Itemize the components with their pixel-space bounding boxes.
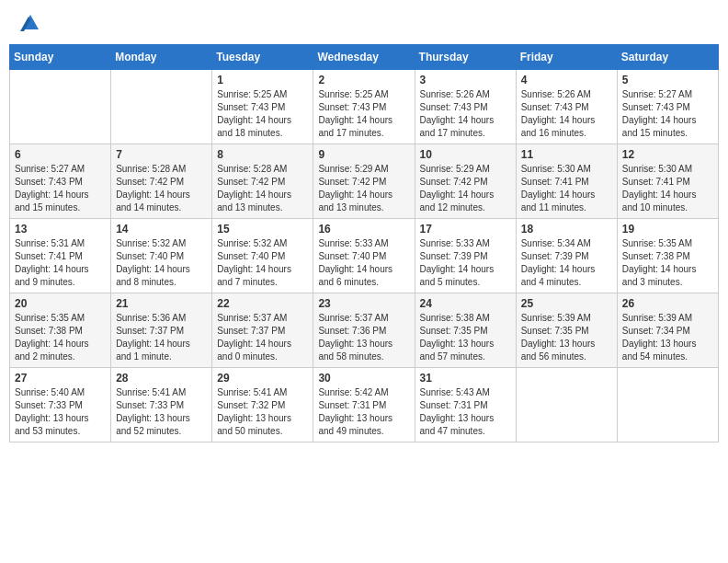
day-cell: 3Sunrise: 5:26 AMSunset: 7:43 PMDaylight… [415, 70, 516, 144]
day-info: Sunrise: 5:25 AMSunset: 7:43 PMDaylight:… [217, 88, 308, 140]
day-info: Sunrise: 5:26 AMSunset: 7:43 PMDaylight:… [521, 88, 612, 140]
header-monday: Monday [111, 45, 212, 70]
day-number: 6 [15, 148, 106, 161]
day-number: 19 [622, 223, 713, 236]
day-cell [10, 70, 111, 144]
week-row-5: 27Sunrise: 5:40 AMSunset: 7:33 PMDayligh… [10, 368, 719, 442]
day-cell: 8Sunrise: 5:28 AMSunset: 7:42 PMDaylight… [212, 144, 313, 219]
day-number: 29 [217, 372, 308, 385]
calendar-header-row: SundayMondayTuesdayWednesdayThursdayFrid… [10, 45, 719, 70]
day-cell: 11Sunrise: 5:30 AMSunset: 7:41 PMDayligh… [516, 144, 617, 219]
day-info: Sunrise: 5:27 AMSunset: 7:43 PMDaylight:… [15, 163, 106, 214]
day-info: Sunrise: 5:35 AMSunset: 7:38 PMDaylight:… [15, 312, 106, 363]
day-number: 13 [15, 223, 106, 236]
day-cell: 9Sunrise: 5:29 AMSunset: 7:42 PMDaylight… [313, 144, 415, 219]
day-number: 30 [318, 372, 409, 385]
day-number: 23 [318, 297, 409, 310]
day-cell: 20Sunrise: 5:35 AMSunset: 7:38 PMDayligh… [10, 293, 111, 368]
day-cell: 5Sunrise: 5:27 AMSunset: 7:43 PMDaylight… [617, 70, 718, 144]
day-info: Sunrise: 5:37 AMSunset: 7:37 PMDaylight:… [217, 312, 308, 363]
week-row-2: 6Sunrise: 5:27 AMSunset: 7:43 PMDaylight… [10, 144, 719, 219]
day-info: Sunrise: 5:30 AMSunset: 7:41 PMDaylight:… [521, 163, 612, 214]
day-cell: 21Sunrise: 5:36 AMSunset: 7:37 PMDayligh… [111, 293, 212, 368]
header [9, 9, 719, 39]
day-number: 5 [622, 74, 713, 86]
day-cell [516, 368, 617, 442]
week-row-3: 13Sunrise: 5:31 AMSunset: 7:41 PMDayligh… [10, 219, 719, 293]
day-number: 17 [420, 223, 511, 236]
day-number: 24 [420, 297, 511, 310]
calendar: SundayMondayTuesdayWednesdayThursdayFrid… [9, 44, 719, 442]
day-number: 12 [622, 148, 713, 161]
day-number: 3 [420, 74, 511, 86]
header-friday: Friday [516, 45, 617, 70]
day-number: 20 [15, 297, 106, 310]
header-saturday: Saturday [617, 45, 718, 70]
day-info: Sunrise: 5:28 AMSunset: 7:42 PMDaylight:… [116, 163, 207, 214]
day-cell: 19Sunrise: 5:35 AMSunset: 7:38 PMDayligh… [617, 219, 718, 293]
day-cell: 6Sunrise: 5:27 AMSunset: 7:43 PMDaylight… [10, 144, 111, 219]
day-cell: 18Sunrise: 5:34 AMSunset: 7:39 PMDayligh… [516, 219, 617, 293]
day-info: Sunrise: 5:41 AMSunset: 7:32 PMDaylight:… [217, 386, 308, 438]
day-number: 31 [420, 372, 511, 385]
day-cell: 16Sunrise: 5:33 AMSunset: 7:40 PMDayligh… [313, 219, 415, 293]
day-info: Sunrise: 5:38 AMSunset: 7:35 PMDaylight:… [420, 312, 511, 363]
day-number: 16 [318, 223, 409, 236]
day-cell: 24Sunrise: 5:38 AMSunset: 7:35 PMDayligh… [415, 293, 516, 368]
week-row-1: 1Sunrise: 5:25 AMSunset: 7:43 PMDaylight… [10, 70, 719, 144]
day-cell: 14Sunrise: 5:32 AMSunset: 7:40 PMDayligh… [111, 219, 212, 293]
day-info: Sunrise: 5:39 AMSunset: 7:34 PMDaylight:… [622, 312, 713, 363]
header-thursday: Thursday [415, 45, 516, 70]
day-cell: 1Sunrise: 5:25 AMSunset: 7:43 PMDaylight… [212, 70, 313, 144]
day-info: Sunrise: 5:34 AMSunset: 7:39 PMDaylight:… [521, 237, 612, 289]
day-info: Sunrise: 5:42 AMSunset: 7:31 PMDaylight:… [318, 386, 409, 438]
day-cell: 25Sunrise: 5:39 AMSunset: 7:35 PMDayligh… [516, 293, 617, 368]
day-number: 10 [420, 148, 511, 161]
day-info: Sunrise: 5:30 AMSunset: 7:41 PMDaylight:… [622, 163, 713, 214]
day-number: 25 [521, 297, 612, 310]
day-number: 14 [116, 223, 207, 236]
day-number: 1 [217, 74, 308, 86]
day-info: Sunrise: 5:32 AMSunset: 7:40 PMDaylight:… [217, 237, 308, 289]
day-info: Sunrise: 5:41 AMSunset: 7:33 PMDaylight:… [116, 386, 207, 438]
day-info: Sunrise: 5:29 AMSunset: 7:42 PMDaylight:… [318, 163, 409, 214]
day-cell: 23Sunrise: 5:37 AMSunset: 7:36 PMDayligh… [313, 293, 415, 368]
logo [18, 17, 40, 35]
day-cell: 10Sunrise: 5:29 AMSunset: 7:42 PMDayligh… [415, 144, 516, 219]
day-cell: 13Sunrise: 5:31 AMSunset: 7:41 PMDayligh… [10, 219, 111, 293]
day-number: 22 [217, 297, 308, 310]
day-number: 18 [521, 223, 612, 236]
day-info: Sunrise: 5:36 AMSunset: 7:37 PMDaylight:… [116, 312, 207, 363]
day-number: 11 [521, 148, 612, 161]
day-cell: 15Sunrise: 5:32 AMSunset: 7:40 PMDayligh… [212, 219, 313, 293]
day-cell: 17Sunrise: 5:33 AMSunset: 7:39 PMDayligh… [415, 219, 516, 293]
day-cell: 30Sunrise: 5:42 AMSunset: 7:31 PMDayligh… [313, 368, 415, 442]
day-info: Sunrise: 5:35 AMSunset: 7:38 PMDaylight:… [622, 237, 713, 289]
day-info: Sunrise: 5:25 AMSunset: 7:43 PMDaylight:… [318, 88, 409, 140]
day-info: Sunrise: 5:33 AMSunset: 7:40 PMDaylight:… [318, 237, 409, 289]
day-number: 15 [217, 223, 308, 236]
day-number: 21 [116, 297, 207, 310]
day-cell: 31Sunrise: 5:43 AMSunset: 7:31 PMDayligh… [415, 368, 516, 442]
day-info: Sunrise: 5:43 AMSunset: 7:31 PMDaylight:… [420, 386, 511, 438]
day-cell: 4Sunrise: 5:26 AMSunset: 7:43 PMDaylight… [516, 70, 617, 144]
day-number: 26 [622, 297, 713, 310]
day-number: 27 [15, 372, 106, 385]
day-info: Sunrise: 5:40 AMSunset: 7:33 PMDaylight:… [15, 386, 106, 438]
logo-icon [20, 13, 40, 35]
day-cell: 29Sunrise: 5:41 AMSunset: 7:32 PMDayligh… [212, 368, 313, 442]
day-number: 9 [318, 148, 409, 161]
day-cell: 27Sunrise: 5:40 AMSunset: 7:33 PMDayligh… [10, 368, 111, 442]
day-cell [617, 368, 718, 442]
day-cell: 22Sunrise: 5:37 AMSunset: 7:37 PMDayligh… [212, 293, 313, 368]
day-info: Sunrise: 5:28 AMSunset: 7:42 PMDaylight:… [217, 163, 308, 214]
day-info: Sunrise: 5:39 AMSunset: 7:35 PMDaylight:… [521, 312, 612, 363]
day-number: 28 [116, 372, 207, 385]
day-number: 2 [318, 74, 409, 86]
day-cell [111, 70, 212, 144]
week-row-4: 20Sunrise: 5:35 AMSunset: 7:38 PMDayligh… [10, 293, 719, 368]
day-cell: 26Sunrise: 5:39 AMSunset: 7:34 PMDayligh… [617, 293, 718, 368]
day-info: Sunrise: 5:32 AMSunset: 7:40 PMDaylight:… [116, 237, 207, 289]
day-cell: 28Sunrise: 5:41 AMSunset: 7:33 PMDayligh… [111, 368, 212, 442]
day-info: Sunrise: 5:37 AMSunset: 7:36 PMDaylight:… [318, 312, 409, 363]
